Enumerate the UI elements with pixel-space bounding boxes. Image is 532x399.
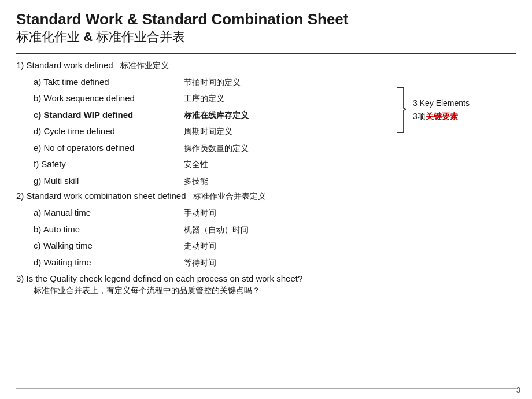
list-item: c) Walking time 走动时间 xyxy=(34,239,516,253)
key-elements-line1: 3 Key Elements xyxy=(413,97,470,109)
list-item: e) No of operators defined 操作员数量的定义 xyxy=(34,142,516,155)
item-2d-label: d) Waiting time xyxy=(34,256,184,269)
item-2b-label: b) Auto time xyxy=(34,223,184,237)
item-2a-cn: 手动时间 xyxy=(184,207,216,219)
section2-label: 2) Standard work combination sheet defin… xyxy=(16,191,186,201)
item-a-cn: 节拍时间的定义 xyxy=(184,76,241,88)
item-d-cn: 周期时间定义 xyxy=(184,125,232,138)
key-elements-group: 3 Key Elements 3项关键要素 xyxy=(396,86,470,134)
section1-label: 1) Standard work defined xyxy=(16,60,113,70)
key-elements-text: 3 Key Elements 3项关键要素 xyxy=(413,97,470,123)
header-section: Standard Work & Standard Combination She… xyxy=(16,10,516,45)
page-number: 3 xyxy=(516,386,520,394)
item-2c-cn: 走动时间 xyxy=(184,240,216,252)
section2-items: a) Manual time 手动时间 b) Auto time 机器（自动）时… xyxy=(34,206,516,269)
list-item: g) Multi skill 多技能 xyxy=(34,175,516,188)
sub-title-part1: 标准化作业 xyxy=(16,29,80,44)
section3-line1: 3) Is the Quality check legend defined o… xyxy=(16,274,516,283)
item-g-label: g) Multi skill xyxy=(34,175,184,188)
item-f-label: f) Safety xyxy=(34,158,184,171)
bracket-icon xyxy=(396,86,406,134)
list-item: a) Manual time 手动时间 xyxy=(34,206,516,220)
item-g-cn: 多技能 xyxy=(184,175,208,187)
item-2a-label: a) Manual time xyxy=(34,206,184,220)
section2-label-cn: 标准作业合并表定义 xyxy=(193,191,266,201)
list-item: b) Auto time 机器（自动）时间 xyxy=(34,223,516,237)
item-b-cn: 工序的定义 xyxy=(184,93,224,105)
item-2d-cn: 等待时间 xyxy=(184,257,216,269)
item-c-cn: 标准在线库存定义 xyxy=(184,109,249,121)
section1-label-cn: 标准作业定义 xyxy=(120,61,169,70)
section3-line2: 标准作业合并表上，有定义每个流程中的品质管控的关键点吗？ xyxy=(34,286,516,296)
page-container: Standard Work & Standard Combination She… xyxy=(0,0,532,399)
item-f-cn: 安全性 xyxy=(184,158,208,171)
sub-title-bold: & xyxy=(83,29,93,44)
item-d-label: d) Cycle time defined xyxy=(34,125,184,138)
item-e-cn: 操作员数量的定义 xyxy=(184,142,249,154)
item-2c-label: c) Walking time xyxy=(34,239,184,253)
sub-title: 标准化作业 & 标准作业合并表 xyxy=(16,29,516,45)
item-2b-cn: 机器（自动）时间 xyxy=(184,224,249,236)
key-elements-line2-bold: 关键要素 xyxy=(426,112,458,121)
item-c-label: c) Standard WIP defined xyxy=(34,109,184,122)
section2-title: 2) Standard work combination sheet defin… xyxy=(16,191,516,202)
content-section: 1) Standard work defined 标准作业定义 a) Takt … xyxy=(16,60,516,388)
sub-title-part2: 标准作业合并表 xyxy=(96,29,185,44)
item-a-label: a) Takt time defined xyxy=(34,76,184,89)
main-title: Standard Work & Standard Combination She… xyxy=(16,10,516,28)
section1-title: 1) Standard work defined 标准作业定义 xyxy=(16,60,516,71)
item-b-label: b) Work sequence defined xyxy=(34,92,184,105)
item-e-label: e) No of operators defined xyxy=(34,142,184,155)
key-elements-line2: 3项关键要素 xyxy=(413,110,470,123)
key-elements-line2-prefix: 3项 xyxy=(413,112,426,121)
list-item: f) Safety 安全性 xyxy=(34,158,516,171)
bottom-divider xyxy=(16,388,516,389)
section3: 3) Is the Quality check legend defined o… xyxy=(16,274,516,296)
top-divider xyxy=(16,53,516,54)
section1-items-container: a) Takt time defined 节拍时间的定义 b) Work seq… xyxy=(16,76,516,188)
list-item: d) Waiting time 等待时间 xyxy=(34,256,516,269)
